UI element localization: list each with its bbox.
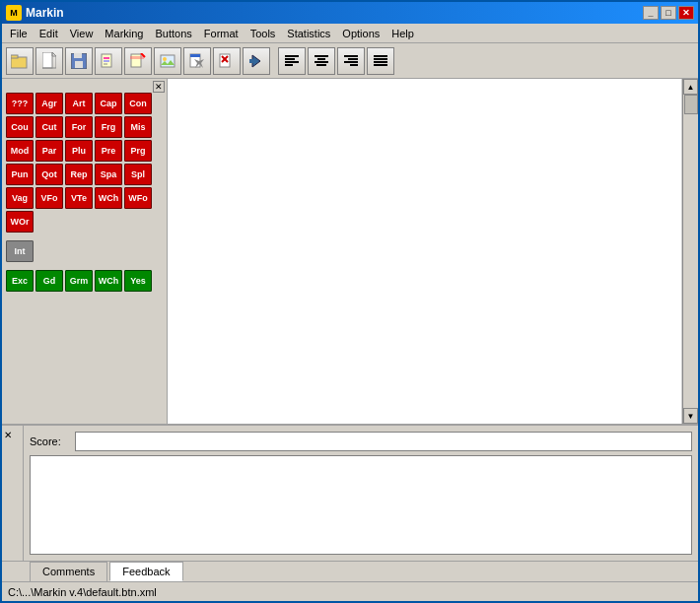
toolbar-mark[interactable]: [124, 47, 152, 75]
bottom-inner: ✕ Score:: [2, 426, 698, 561]
svg-rect-12: [131, 54, 141, 67]
toolbar-align-center[interactable]: [308, 47, 335, 75]
tag-btn-agr[interactable]: Agr: [35, 93, 63, 114]
tag-btn-gd[interactable]: Gd: [35, 270, 63, 292]
score-input[interactable]: [75, 432, 692, 451]
menu-help[interactable]: Help: [385, 26, 420, 41]
menu-options[interactable]: Options: [336, 26, 385, 41]
tag-btn-grm[interactable]: Grm: [65, 270, 93, 292]
tag-btn-exc[interactable]: Exc: [6, 270, 34, 292]
svg-rect-7: [75, 61, 83, 68]
menu-edit[interactable]: Edit: [34, 26, 64, 41]
tag-btn-rep[interactable]: Rep: [65, 164, 93, 185]
document-area[interactable]: [168, 79, 682, 424]
menu-buttons[interactable]: Buttons: [149, 26, 197, 41]
toolbar-align-justify[interactable]: [367, 47, 394, 75]
tag-btn-cut[interactable]: Cut: [35, 116, 63, 138]
menu-format[interactable]: Format: [198, 26, 245, 41]
toolbar-align-left[interactable]: [278, 47, 306, 75]
scroll-down-btn[interactable]: ▼: [683, 408, 698, 424]
scroll-up-btn[interactable]: ▲: [683, 79, 698, 95]
panel-close-btn[interactable]: ✕: [153, 81, 165, 93]
menu-view[interactable]: View: [64, 26, 100, 41]
main-window: M Markin _ □ ✕ File Edit View Marking Bu…: [0, 0, 700, 603]
bottom-section: ✕ Score: Comments Feedback: [2, 424, 698, 581]
maximize-btn[interactable]: □: [661, 6, 676, 20]
tag-btn-yes[interactable]: Yes: [124, 270, 152, 292]
tag-btn-mod[interactable]: Mod: [6, 140, 34, 162]
tag-btn-plu[interactable]: Plu: [65, 140, 93, 162]
tag-btn-int[interactable]: Int: [6, 240, 34, 262]
title-controls: _ □ ✕: [643, 6, 694, 20]
strip-close[interactable]: ✕: [4, 430, 12, 440]
svg-rect-15: [161, 55, 175, 67]
toolbar-select[interactable]: [183, 47, 211, 75]
tag-btn-spa[interactable]: Spa: [95, 164, 122, 185]
toolbar: [2, 43, 698, 79]
bottom-left-strip: ✕: [2, 426, 24, 561]
toolbar-open-file[interactable]: [35, 47, 63, 75]
toolbar-open-folder[interactable]: [6, 47, 34, 75]
tag-button-grid: ??? Agr Art Cap Con Cou Cut For Frg Mis …: [2, 89, 167, 233]
vertical-scrollbar[interactable]: ▲ ▼: [682, 79, 698, 424]
menu-tools[interactable]: Tools: [245, 26, 282, 41]
toolbar-save[interactable]: [65, 47, 93, 75]
toolbar-align-right[interactable]: [337, 47, 365, 75]
menu-file[interactable]: File: [4, 26, 34, 41]
svg-rect-0: [11, 57, 27, 68]
tag-btn-qot[interactable]: Qot: [35, 164, 63, 185]
tag-btn-for[interactable]: For: [65, 116, 93, 138]
tag-btn-unknown[interactable]: ???: [6, 93, 34, 114]
scroll-thumb[interactable]: [684, 95, 698, 114]
tag-btn-frg[interactable]: Frg: [95, 116, 122, 138]
svg-rect-1: [11, 55, 18, 58]
tag-btn-cap[interactable]: Cap: [95, 93, 122, 114]
tabs-row: Comments Feedback: [2, 561, 698, 581]
left-panel: ✕ ??? Agr Art Cap Con Cou Cut For Frg Mi…: [2, 79, 168, 424]
tag-btn-art[interactable]: Art: [65, 93, 93, 114]
tag-btn-wor[interactable]: WOr: [6, 211, 34, 233]
tag-btn-wfo[interactable]: WFo: [124, 187, 152, 209]
minimize-btn[interactable]: _: [643, 6, 659, 20]
score-label: Score:: [30, 436, 69, 447]
tag-btn-mis[interactable]: Mis: [124, 116, 152, 138]
svg-rect-20: [220, 54, 230, 67]
status-bar: C:\...\Markin v.4\default.btn.xml: [2, 581, 698, 601]
bottom-right: Score:: [24, 426, 698, 561]
toolbar-arrow[interactable]: [243, 47, 270, 75]
tag-btn-con[interactable]: Con: [124, 93, 152, 114]
tag-btn-pun[interactable]: Pun: [6, 164, 34, 185]
menu-marking[interactable]: Marking: [99, 26, 149, 41]
title-bar-left: M Markin: [6, 5, 64, 21]
tag-btn-par[interactable]: Par: [35, 140, 63, 162]
svg-rect-2: [42, 52, 52, 68]
tag-btn-vfo[interactable]: VFo: [35, 187, 63, 209]
svg-rect-6: [74, 53, 82, 58]
menu-statistics[interactable]: Statistics: [281, 26, 336, 41]
tag-btn-prg[interactable]: Prg: [124, 140, 152, 162]
tag-btn-wch[interactable]: WCh: [95, 187, 122, 209]
svg-rect-24: [249, 59, 255, 63]
main-area: ✕ ??? Agr Art Cap Con Cou Cut For Frg Mi…: [2, 79, 698, 424]
close-btn[interactable]: ✕: [678, 6, 694, 20]
menu-bar: File Edit View Marking Buttons Format To…: [2, 24, 698, 43]
tag-btn-pre[interactable]: Pre: [95, 140, 122, 162]
window-title: Markin: [26, 6, 64, 20]
tag-btn-cou[interactable]: Cou: [6, 116, 34, 138]
svg-rect-18: [190, 54, 200, 57]
tag-btn-vte[interactable]: VTe: [65, 187, 93, 209]
right-panel: ▲ ▼: [168, 79, 698, 424]
tag-btn-vag[interactable]: Vag: [6, 187, 34, 209]
toolbar-image[interactable]: [154, 47, 181, 75]
title-bar: M Markin _ □ ✕: [2, 2, 698, 24]
tab-feedback[interactable]: Feedback: [109, 562, 182, 581]
green-row: Exc Gd Grm WCh Yes: [2, 266, 167, 296]
toolbar-clear[interactable]: [213, 47, 241, 75]
toolbar-edit[interactable]: [95, 47, 122, 75]
feedback-textarea[interactable]: [30, 455, 692, 555]
tag-btn-spl[interactable]: Spl: [124, 164, 152, 185]
tab-comments[interactable]: Comments: [30, 562, 107, 581]
tag-btn-wch-green[interactable]: WCh: [95, 270, 122, 292]
svg-point-16: [163, 57, 167, 61]
app-icon: M: [6, 5, 22, 21]
